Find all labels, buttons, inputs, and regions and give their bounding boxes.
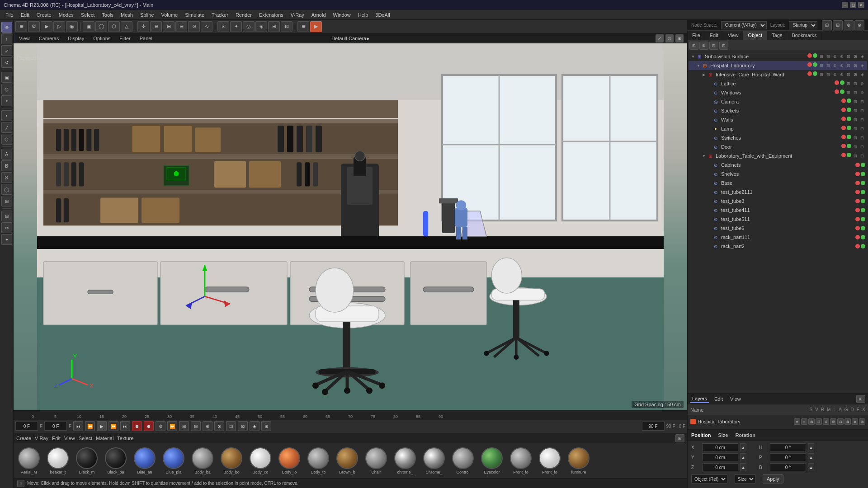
tb-new[interactable]: ⊕ xyxy=(15,21,27,32)
tl-extra5[interactable]: ⊠ xyxy=(238,421,248,431)
tool-mirror[interactable]: ⊟ xyxy=(1,211,12,221)
obj-hdr-filter[interactable]: ⊟ xyxy=(709,42,718,50)
tb-cube-tool[interactable]: ▣ xyxy=(83,21,94,32)
obj-vis-walls-1[interactable]: ⊞ xyxy=(852,117,859,123)
menu-volume[interactable]: Volume xyxy=(158,11,182,19)
tb-play[interactable]: ▷ xyxy=(53,21,65,32)
tb-cone[interactable]: △ xyxy=(121,21,132,32)
obj-vis-walls-2[interactable]: ⊟ xyxy=(859,117,865,123)
obj-item-shelves[interactable]: ⊙ Shelves xyxy=(689,169,867,178)
obj-vis-c-1[interactable]: ⊞ xyxy=(852,99,859,105)
tl-record2[interactable]: ⏺ xyxy=(144,421,154,431)
tl-extra4[interactable]: ⊡ xyxy=(226,421,236,431)
tool-knife[interactable]: ✂ xyxy=(1,222,12,233)
obj-vis-hl-6[interactable]: ⊠ xyxy=(852,62,859,69)
props-size[interactable]: Size xyxy=(718,432,728,438)
pos-y-stepper[interactable]: ▲ xyxy=(740,453,746,461)
obj-vis-c-2[interactable]: ⊟ xyxy=(859,99,865,105)
obj-vis-hl-2[interactable]: ⊟ xyxy=(825,62,831,69)
obj-vis-ic-2[interactable]: ⊟ xyxy=(825,71,831,78)
obj-item-door[interactable]: ⊙ Door ⊞ ⊟ xyxy=(689,142,867,151)
vp-menu-panel[interactable]: Panel xyxy=(138,35,154,42)
timeline-current-frame[interactable] xyxy=(15,422,38,431)
mat-item-13[interactable]: chrome_ xyxy=(392,447,419,474)
tb-mat[interactable]: ◈ xyxy=(255,21,267,32)
obj-item-windows[interactable]: ⊙ Windows ⊞ ⊟ ⊕ xyxy=(689,88,867,97)
tool-cube[interactable]: ▣ xyxy=(1,72,12,83)
tool-circle[interactable]: ◯ xyxy=(1,184,12,195)
menu-arnold[interactable]: Arnold xyxy=(308,11,330,19)
tb-render[interactable]: ▶ xyxy=(41,21,52,32)
tb-light-tb[interactable]: ✦ xyxy=(230,21,242,32)
rp-tab-view[interactable]: View xyxy=(723,31,744,40)
obj-item-root[interactable]: ▼ ⊞ Subdivision Surface ⊞ ⊟ ⊕ ⊗ ⊡ ⊠ xyxy=(689,52,867,61)
tl-options[interactable]: ⚙ xyxy=(156,421,165,431)
tb-cam-tb[interactable]: ◎ xyxy=(243,21,255,32)
obj-arrow-lattice[interactable] xyxy=(707,81,712,86)
viewport-solo-icon[interactable]: ◉ xyxy=(675,34,684,42)
obj-vis-2[interactable]: ⊟ xyxy=(825,53,831,60)
obj-hdr-expand[interactable]: ⊡ xyxy=(719,42,728,50)
obj-vis-ic-3[interactable]: ⊕ xyxy=(832,71,838,78)
obj-item-hospital-lab[interactable]: ▼ ⊞ Hospital_Laboratory ⊞ ⊟ ⊕ ⊗ ⊡ ⊠ xyxy=(689,61,867,70)
tb-sym[interactable]: ⊟ xyxy=(175,21,187,32)
obj-item-rp2[interactable]: ⊙ rack_part2 xyxy=(689,242,867,251)
obj-arrow-tt6[interactable] xyxy=(707,225,712,231)
obj-vis-s-2[interactable]: ⊟ xyxy=(859,108,865,114)
obj-vis-lamp-1[interactable]: ⊞ xyxy=(852,126,859,132)
obj-hdr-new[interactable]: ⊞ xyxy=(689,42,698,50)
tool-a[interactable]: A xyxy=(1,149,12,160)
mat-item-19[interactable]: furniture xyxy=(565,447,592,474)
tb-render-settings[interactable]: ⚙ xyxy=(28,21,40,32)
obj-item-ic-ward[interactable]: ▶ ⊞ Intensive_Care_Hospital_Ward ⊞ ⊟ ⊕ ⊗… xyxy=(689,70,867,79)
obj-vis-lamp-2[interactable]: ⊟ xyxy=(859,126,865,132)
layer-icon-0-6[interactable]: ⊗ xyxy=(830,418,836,425)
layer-icon-0-8[interactable]: ⊠ xyxy=(844,418,851,425)
menu-file[interactable]: File xyxy=(2,11,17,19)
size-h-input[interactable] xyxy=(770,443,806,451)
pos-x-stepper-up[interactable]: ▲ xyxy=(740,443,746,451)
obj-arrow-rp2[interactable] xyxy=(707,244,712,249)
obj-vis-ic-7[interactable]: ◈ xyxy=(859,71,865,78)
props-position[interactable]: Position xyxy=(691,432,711,438)
size-p-stepper[interactable]: ▲ xyxy=(808,453,814,461)
tb-deform[interactable]: ⊗ xyxy=(188,21,200,32)
obj-item-tt2111[interactable]: ⊙ test_tube2111 xyxy=(689,188,867,197)
obj-vis-3[interactable]: ⊕ xyxy=(832,53,838,60)
mat-item-10[interactable]: Body_to xyxy=(305,447,332,474)
mat-item-2[interactable]: Black_m xyxy=(73,447,100,474)
obj-arrow-tt3[interactable] xyxy=(707,198,712,204)
timeline-preview-start[interactable] xyxy=(44,422,67,431)
tool-b[interactable]: B xyxy=(1,160,12,171)
obj-vis-hl-7[interactable]: ◈ xyxy=(859,62,865,69)
obj-vis-lt-1[interactable]: ⊞ xyxy=(852,153,859,159)
obj-vis-d-2[interactable]: ⊟ xyxy=(859,144,865,150)
obj-arrow-base[interactable] xyxy=(707,180,712,186)
mat-expand-btn[interactable]: ⊞ xyxy=(675,434,684,442)
rp-tab-tags[interactable]: Tags xyxy=(767,31,787,40)
vp-menu-filter[interactable]: Filter xyxy=(118,35,132,42)
obj-vis-w-1[interactable]: ⊞ xyxy=(845,89,852,96)
tool-pts[interactable]: • xyxy=(1,110,12,121)
tb-cyl[interactable]: ⬡ xyxy=(108,21,120,32)
tool-move[interactable]: ↑ xyxy=(1,33,12,44)
obj-arrow-rp111[interactable] xyxy=(707,235,712,240)
obj-arrow-sh[interactable] xyxy=(707,171,712,177)
tl-more[interactable]: ⊞ xyxy=(179,421,189,431)
viewport-maximize-icon[interactable]: ⤢ xyxy=(656,34,664,42)
obj-arrow-sockets[interactable] xyxy=(707,108,712,113)
mat-item-8[interactable]: Body_co xyxy=(247,447,274,474)
mat-item-4[interactable]: Blue_an xyxy=(131,447,158,474)
menu-create[interactable]: Create xyxy=(33,11,55,19)
obj-vis-s-1[interactable]: ⊞ xyxy=(852,108,859,114)
rp-tab-file[interactable]: File xyxy=(688,31,705,40)
obj-vis-w-2[interactable]: ⊟ xyxy=(852,89,859,96)
obj-item-sockets[interactable]: ⊙ Sockets ⊞ ⊟ xyxy=(689,106,867,115)
mat-item-5[interactable]: Blue_pla xyxy=(160,447,187,474)
obj-item-base[interactable]: ⊙ Base xyxy=(689,178,867,188)
obj-hdr-search[interactable]: ⊕ xyxy=(699,42,708,50)
obj-item-tt6[interactable]: ⊙ test_tube6 xyxy=(689,224,867,233)
obj-item-rp111[interactable]: ⊙ rack_part111 xyxy=(689,233,867,242)
mat-item-11[interactable]: Brown_b xyxy=(334,447,361,474)
obj-vis-d-1[interactable]: ⊞ xyxy=(852,144,859,150)
